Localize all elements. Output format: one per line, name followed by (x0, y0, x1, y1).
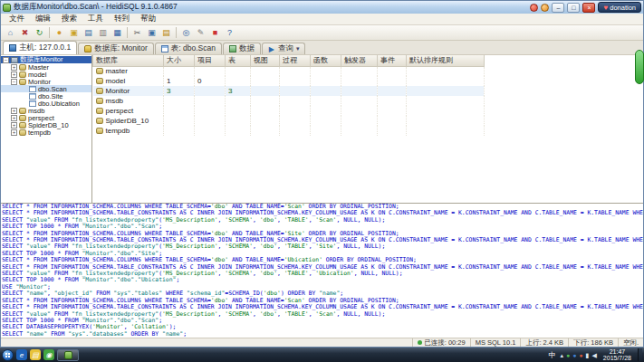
stop-button[interactable]: ■ (208, 26, 222, 39)
table-tab-icon (161, 45, 168, 52)
tab-label-data: 数据 (239, 43, 255, 54)
grid-column-header[interactable]: 数据库 (93, 55, 164, 66)
session-manager-button[interactable]: ⌂ (4, 26, 17, 39)
grid-column-header[interactable]: 视图 (251, 55, 280, 66)
edit-button[interactable]: ✎ (194, 26, 207, 39)
menu-item-search[interactable]: 搜索 (56, 14, 82, 24)
disconnect-button[interactable]: ✖ (18, 26, 32, 39)
security-tray-icon[interactable]: ● (566, 352, 570, 358)
toolbar-separator (49, 27, 50, 38)
tree-toggle-icon[interactable]: + (11, 64, 17, 71)
browser-badge-icon[interactable] (530, 4, 538, 12)
grid-column-header[interactable]: 触发器 (341, 55, 378, 66)
connection-status-icon (418, 340, 422, 345)
sql-file-button[interactable]: ▦ (111, 26, 124, 39)
tree-toggle-icon[interactable]: + (11, 71, 17, 78)
grid-column-header[interactable]: 大小 (164, 55, 195, 66)
grid-row-spiderdb-10[interactable]: SpiderDB_10 (93, 116, 485, 126)
tree-toggle-icon[interactable]: − (11, 79, 17, 85)
tree-toggle-icon[interactable]: + (11, 115, 17, 121)
grid-row-perspect[interactable]: perspect (93, 106, 485, 116)
grid-cell (195, 126, 226, 136)
grid-cell (378, 96, 407, 106)
tab-host[interactable]: 主机: 127.0.0.1 (3, 41, 77, 54)
tab-database[interactable]: 数据库: Monitor (78, 43, 154, 54)
grid-cell (311, 66, 341, 76)
tab-query[interactable]: ▶查询▾ (262, 43, 306, 54)
search-button[interactable]: ◎ (179, 26, 193, 39)
download-badge-icon[interactable] (541, 4, 549, 12)
tab-data[interactable]: 数据 (223, 43, 261, 54)
language-indicator[interactable]: 中 (546, 350, 557, 360)
chevron-down-icon[interactable]: ▾ (296, 45, 300, 52)
grid-column-header[interactable]: 函数 (311, 55, 341, 66)
grid-column-header[interactable]: 默认排序规则 (407, 55, 485, 66)
grid-cell (341, 76, 378, 86)
grid-row-tempdb[interactable]: tempdb (93, 126, 485, 136)
sql-log: SELECT * FROM INFORMATION_SCHEMA.COLUMNS… (1, 203, 643, 338)
ie-icon[interactable]: e (16, 349, 27, 360)
grid-column-header[interactable]: 过程 (280, 55, 311, 66)
volume-tray-icon[interactable]: ◀ (591, 352, 596, 358)
update-tray-icon[interactable]: ● (579, 352, 582, 358)
tree-item-label: tempdb (28, 129, 51, 137)
grid-row-master[interactable]: master (93, 66, 485, 76)
grid-cell (378, 116, 407, 126)
explorer-folder-icon[interactable]: ▤ (30, 349, 41, 360)
export-button[interactable]: ▥ (96, 26, 110, 39)
grid-cell (280, 66, 311, 76)
user-manager-button[interactable]: ● (53, 26, 66, 39)
statusbar-connection-time-text: 已连接: 00:29 (424, 338, 465, 348)
titlebar[interactable]: 数据库Monitor\dbo.Scan\ - HeidiSQL 9.1.0.48… (1, 1, 643, 14)
menu-item-tools[interactable]: 工具 (82, 14, 109, 24)
tree-toggle-icon[interactable]: + (11, 129, 17, 136)
minimize-button[interactable]: – (552, 3, 564, 13)
database-icon (19, 122, 26, 129)
menu-item-file[interactable]: 文件 (4, 14, 30, 24)
close-button[interactable]: × (582, 3, 595, 13)
im-tray-icon[interactable]: ● (572, 352, 576, 358)
table-tools-button[interactable]: ▤ (82, 26, 95, 39)
copy-button[interactable]: ▣ (145, 26, 159, 39)
donation-button[interactable]: ♥ donation (598, 2, 641, 13)
help-button[interactable]: ? (223, 26, 236, 39)
tab-table[interactable]: 表: dbo.Scan (155, 43, 222, 54)
grid-cell (280, 116, 311, 126)
tree-item-table-dbo-ubication[interactable]: dbo.Ubication (1, 100, 91, 107)
taskbar-clock[interactable]: 21:47 2015/7/28 (600, 348, 635, 361)
cut-button[interactable]: ✂ (130, 26, 144, 39)
browser-icon[interactable]: ◉ (43, 349, 54, 360)
grid-cell (195, 66, 226, 76)
tree-toggle-icon[interactable]: + (11, 108, 17, 114)
grid-column-header[interactable]: 事件 (378, 55, 407, 66)
refresh-button[interactable]: ↻ (33, 26, 46, 39)
data-tab-icon (229, 45, 236, 52)
grid-cell (280, 86, 311, 96)
grid-row-monitor[interactable]: Monitor33 (93, 86, 485, 96)
network-tray-icon[interactable]: ▮ (586, 352, 590, 358)
start-button[interactable] (2, 349, 14, 361)
maximize-button[interactable]: □ (567, 3, 580, 13)
database-manager-button[interactable]: ▣ (67, 26, 81, 39)
menu-item-goto[interactable]: 转到 (109, 14, 135, 24)
menu-item-edit[interactable]: 编辑 (30, 14, 56, 24)
statusbar-state-text: 空闲. (623, 338, 639, 348)
tray-expand-icon[interactable]: ▴ (560, 352, 563, 358)
menu-item-help[interactable]: 帮助 (135, 14, 161, 24)
tree-toggle-icon[interactable]: + (11, 122, 17, 129)
grid-column-header[interactable]: 表 (226, 55, 251, 66)
grid-column-header[interactable]: 项目 (195, 55, 226, 66)
heidisql-taskbar-button[interactable] (57, 349, 79, 361)
database-icon (96, 98, 103, 104)
paste-icon: ▤ (162, 28, 170, 37)
grid-row-model[interactable]: model10 (93, 76, 485, 86)
show-desktop-button[interactable] (638, 348, 642, 361)
taskbar: e▤◉ 中 ▴●●●▮◀ 21:47 2015/7/28 (0, 348, 644, 362)
grid-cell: 1 (164, 76, 195, 86)
floating-widget[interactable] (635, 50, 644, 84)
grid-row-msdb[interactable]: msdb (93, 96, 485, 106)
paste-button[interactable]: ▤ (159, 26, 173, 39)
tree-item-db-tempdb[interactable]: +tempdb (1, 129, 91, 136)
tree-toggle-icon[interactable]: − (3, 57, 9, 63)
tree-toggle-spacer (21, 86, 27, 92)
